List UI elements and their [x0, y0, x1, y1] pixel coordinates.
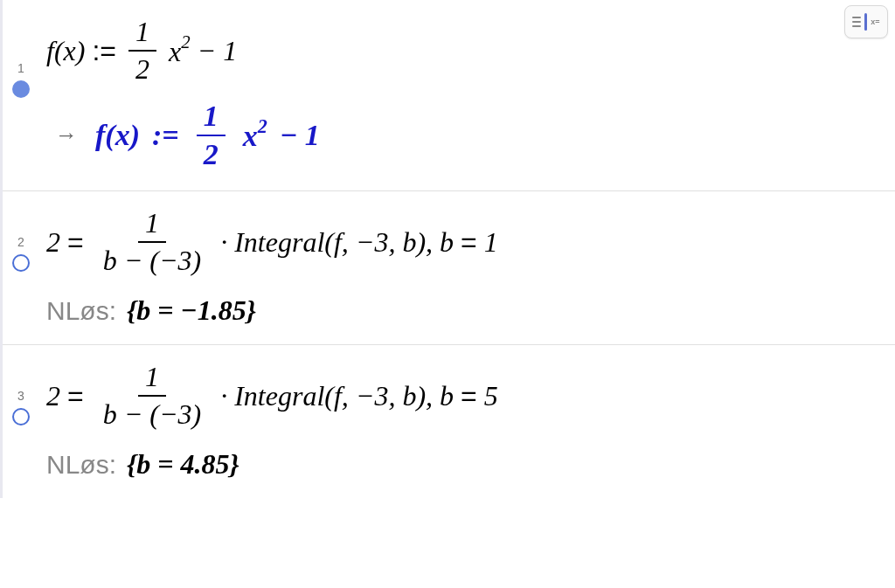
lhs: 2 — [46, 226, 60, 259]
fraction: 1 2 — [197, 100, 225, 171]
solver-label: NLøs: — [46, 450, 116, 480]
integral-call: Integral(f, −3, b), b — [234, 226, 454, 259]
row-index: 2 — [17, 235, 24, 249]
solver-label: NLøs: — [46, 296, 116, 326]
term: x2 — [243, 118, 267, 153]
dot: · — [220, 226, 227, 259]
fraction-denominator: b − (−3) — [96, 243, 209, 277]
row-gutter: 1 — [3, 9, 39, 98]
term: x2 — [169, 34, 191, 68]
equals: = — [461, 226, 477, 259]
equals: = — [67, 226, 84, 259]
fraction-numerator: 1 — [128, 16, 156, 52]
rhs: 5 — [484, 380, 498, 412]
fraction: 1 2 — [128, 16, 156, 86]
row-content: f(x) := 1 2 x2 − 1 → f(x) := 1 2 — [39, 9, 895, 178]
input-expression[interactable]: f(x) := 1 2 x2 − 1 — [46, 16, 851, 86]
exponent: 2 — [181, 31, 190, 52]
row-index: 3 — [17, 389, 24, 403]
cas-row[interactable]: 1 f(x) := 1 2 x2 − 1 → f(x) := — [3, 0, 895, 191]
equals: = — [67, 380, 84, 412]
fraction-denominator: 2 — [128, 52, 156, 86]
fraction-denominator: 2 — [197, 136, 225, 171]
tail: − 1 — [280, 119, 320, 152]
fraction-numerator: 1 — [138, 207, 166, 243]
fraction-denominator: b − (−3) — [96, 397, 209, 431]
lhs: f(x) — [95, 119, 140, 152]
row-content: 2 = 1 b − (−3) · Integral(f, −3, b), b =… — [39, 354, 895, 486]
tail: − 1 — [198, 35, 238, 67]
output-expression: → f(x) := 1 2 x2 − 1 — [46, 100, 851, 171]
row-gutter: 3 — [3, 354, 39, 425]
visibility-marker[interactable] — [12, 408, 30, 425]
solver-output: NLøs: {b = −1.85} — [46, 294, 851, 327]
lhs: 2 — [46, 380, 60, 412]
fraction-numerator: 1 — [138, 361, 166, 397]
assign-op: := — [92, 35, 116, 67]
variable: x — [169, 35, 181, 66]
dot: · — [220, 380, 227, 412]
fraction: 1 b − (−3) — [96, 207, 209, 277]
integral-call: Integral(f, −3, b), b — [234, 380, 454, 412]
rhs: 1 — [484, 226, 498, 259]
divider-icon — [864, 13, 867, 31]
row-content: 2 = 1 b − (−3) · Integral(f, −3, b), b =… — [39, 200, 895, 332]
substitute-button[interactable]: x= — [844, 5, 888, 38]
arrow-icon: → — [55, 122, 78, 149]
variable: x — [243, 120, 258, 152]
exponent: 2 — [258, 115, 267, 137]
cas-row[interactable]: 3 2 = 1 b − (−3) · Integral(f, −3, b), b… — [3, 345, 895, 498]
visibility-marker[interactable] — [12, 80, 30, 98]
visibility-marker[interactable] — [12, 254, 30, 272]
fraction: 1 b − (−3) — [96, 361, 209, 431]
lhs: f(x) — [46, 35, 85, 67]
assign-op: := — [152, 119, 179, 152]
input-expression[interactable]: 2 = 1 b − (−3) · Integral(f, −3, b), b =… — [46, 207, 851, 277]
cas-view: 1 f(x) := 1 2 x2 − 1 → f(x) := — [0, 0, 895, 498]
solver-result: {b = −1.85} — [127, 294, 256, 327]
list-icon — [852, 17, 861, 27]
solver-output: NLøs: {b = 4.85} — [46, 448, 851, 481]
row-index: 1 — [17, 61, 24, 75]
cas-row[interactable]: 2 2 = 1 b − (−3) · Integral(f, −3, b), b… — [3, 191, 895, 345]
equals: = — [461, 380, 477, 412]
row-gutter: 2 — [3, 200, 39, 272]
fraction-numerator: 1 — [197, 100, 225, 136]
input-expression[interactable]: 2 = 1 b − (−3) · Integral(f, −3, b), b =… — [46, 361, 851, 431]
solver-result: {b = 4.85} — [127, 448, 239, 481]
xeq-icon: x= — [871, 17, 879, 26]
